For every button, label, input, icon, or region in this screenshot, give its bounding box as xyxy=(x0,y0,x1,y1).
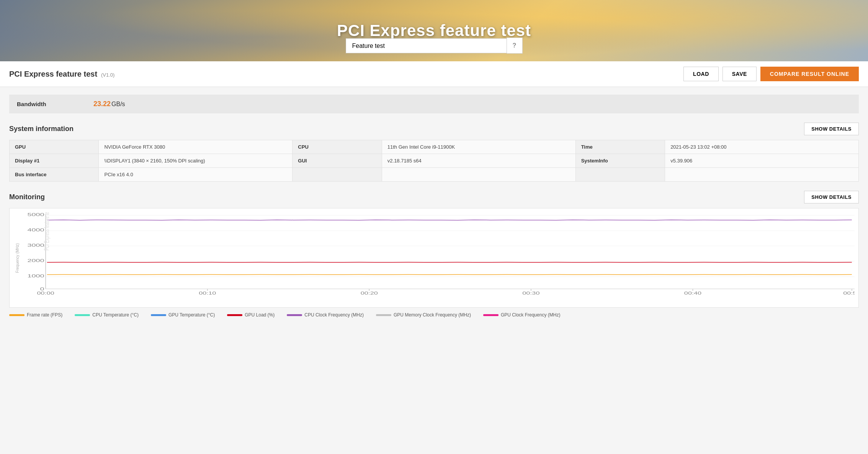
svg-text:00:50: 00:50 xyxy=(843,291,855,295)
monitoring-header: Monitoring SHOW DETAILS xyxy=(9,191,859,203)
legend-item: GPU Load (%) xyxy=(227,312,275,318)
svg-text:3000: 3000 xyxy=(27,243,44,247)
svg-text:00:20: 00:20 xyxy=(361,291,378,295)
monitoring-section: Monitoring SHOW DETAILS Frequency (MHz) … xyxy=(9,191,859,320)
main-content: Bandwidth 23.22 GB/s System information … xyxy=(0,87,868,328)
legend-item: CPU Temperature (°C) xyxy=(75,312,139,318)
monitoring-title: Monitoring xyxy=(9,193,45,201)
svg-text:PCI Express feature test: PCI Express feature test xyxy=(43,212,51,251)
sysinfo-key: GUI xyxy=(293,154,382,168)
sysinfo-val: v5.39.906 xyxy=(665,154,859,168)
sysinfo-val: 11th Gen Intel Core i9-11900K xyxy=(382,140,575,154)
sysinfo-key xyxy=(293,168,382,182)
sysinfo-val: 2021-05-23 13:02 +08:00 xyxy=(665,140,859,154)
svg-text:00:30: 00:30 xyxy=(522,291,539,295)
dropdown-bar[interactable]: Feature test ? xyxy=(346,38,523,54)
toolbar-title-group: PCI Express feature test (V1.0) xyxy=(9,70,114,79)
sysinfo-val xyxy=(665,168,859,182)
sysinfo-key: Time xyxy=(575,140,665,154)
legend-item: GPU Clock Frequency (MHz) xyxy=(483,312,560,318)
sysinfo-val: NVIDIA GeForce RTX 3080 xyxy=(99,140,293,154)
load-button[interactable]: LOAD xyxy=(683,67,719,81)
toolbar-title: PCI Express feature test xyxy=(9,70,97,78)
chart-svg: 5000 4000 3000 2000 1000 0 00:00 00:10 0… xyxy=(25,212,855,297)
bandwidth-unit: GB/s xyxy=(111,101,125,108)
svg-text:00:40: 00:40 xyxy=(684,291,701,295)
header: PCI Express feature test Feature test ? xyxy=(0,0,868,61)
sysinfo-val: \\DISPLAY1 (3840 × 2160, 150% DPI scalin… xyxy=(99,154,293,168)
legend-label: Frame rate (FPS) xyxy=(27,312,62,318)
legend-item: GPU Temperature (°C) xyxy=(151,312,215,318)
save-button[interactable]: SAVE xyxy=(723,67,757,81)
sysinfo-val xyxy=(382,168,575,182)
sysinfo-key: GPU xyxy=(10,140,99,154)
system-info-header: System information SHOW DETAILS xyxy=(9,123,859,135)
legend-row: Frame rate (FPS)CPU Temperature (°C)GPU … xyxy=(9,308,859,320)
monitoring-chart: Frequency (MHz) 5000 4000 3000 2000 1000… xyxy=(9,208,859,308)
legend-label: GPU Load (%) xyxy=(245,312,275,318)
sysinfo-val: PCIe x16 4.0 xyxy=(99,168,293,182)
legend-color xyxy=(287,314,302,316)
sysinfo-val: v2.18.7185 s64 xyxy=(382,154,575,168)
bandwidth-label: Bandwidth xyxy=(17,101,93,107)
svg-text:0: 0 xyxy=(40,287,44,291)
help-button[interactable]: ? xyxy=(507,38,523,54)
legend-color xyxy=(483,314,499,316)
bandwidth-row: Bandwidth 23.22 GB/s xyxy=(9,95,859,113)
sysinfo-key: Bus interface xyxy=(10,168,99,182)
legend-item: GPU Memory Clock Frequency (MHz) xyxy=(376,312,471,318)
monitoring-show-details[interactable]: SHOW DETAILS xyxy=(804,191,859,203)
system-info-show-details[interactable]: SHOW DETAILS xyxy=(804,123,859,135)
legend-color xyxy=(75,314,90,316)
svg-text:00:00: 00:00 xyxy=(37,291,54,295)
legend-color xyxy=(9,314,25,316)
svg-text:00:10: 00:10 xyxy=(199,291,216,295)
legend-label: CPU Clock Frequency (MHz) xyxy=(304,312,364,318)
sysinfo-key: SystemInfo xyxy=(575,154,665,168)
system-info-table: GPUNVIDIA GeForce RTX 3080CPU11th Gen In… xyxy=(9,140,859,182)
system-info-title: System information xyxy=(9,125,74,133)
legend-color xyxy=(151,314,166,316)
legend-color xyxy=(376,314,391,316)
toolbar-version: (V1.0) xyxy=(101,72,114,78)
sysinfo-key: CPU xyxy=(293,140,382,154)
compare-button[interactable]: COMPARE RESULT ONLINE xyxy=(760,67,859,81)
legend-label: GPU Clock Frequency (MHz) xyxy=(501,312,560,318)
bandwidth-value: 23.22 xyxy=(93,100,111,108)
legend-label: GPU Memory Clock Frequency (MHz) xyxy=(394,312,471,318)
sysinfo-key: Display #1 xyxy=(10,154,99,168)
legend-label: GPU Temperature (°C) xyxy=(168,312,215,318)
svg-text:2000: 2000 xyxy=(27,258,44,263)
legend-item: CPU Clock Frequency (MHz) xyxy=(287,312,364,318)
svg-text:5000: 5000 xyxy=(27,212,44,217)
sysinfo-key xyxy=(575,168,665,182)
svg-text:1000: 1000 xyxy=(27,274,44,278)
chart-yaxis-label: Frequency (MHz) xyxy=(15,208,20,307)
toolbar-buttons: LOAD SAVE COMPARE RESULT ONLINE xyxy=(683,67,859,81)
svg-text:4000: 4000 xyxy=(27,228,44,232)
toolbar: PCI Express feature test (V1.0) LOAD SAV… xyxy=(0,61,868,87)
legend-item: Frame rate (FPS) xyxy=(9,312,62,318)
legend-color xyxy=(227,314,242,316)
test-select[interactable]: Feature test xyxy=(346,38,507,53)
legend-label: CPU Temperature (°C) xyxy=(92,312,139,318)
page-title: PCI Express feature test xyxy=(337,21,531,40)
